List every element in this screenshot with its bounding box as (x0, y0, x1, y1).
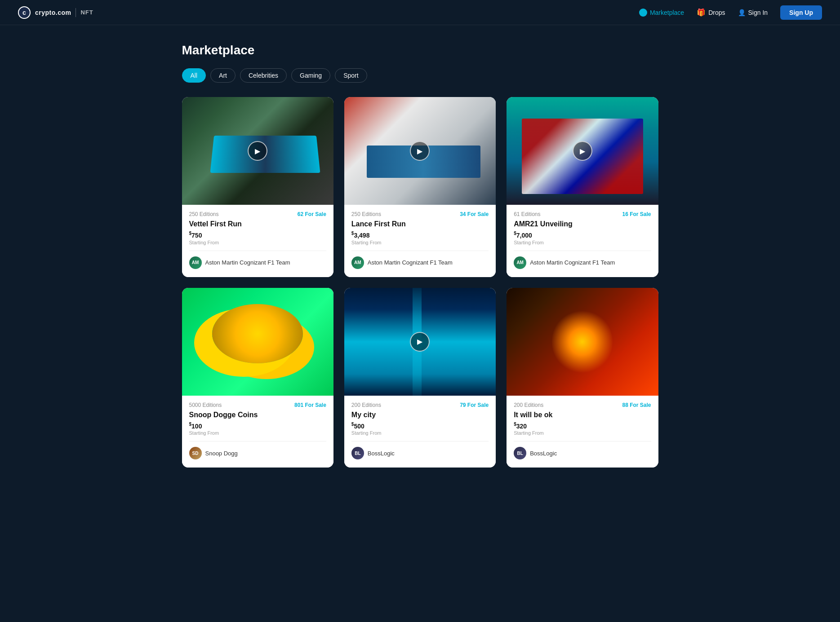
card-it-will-be-ok[interactable]: 200 Editions 88 For Sale It will be ok $… (507, 288, 658, 468)
navbar: c crypto.com NFT ● Marketplace 🎁 Drops 👤… (0, 0, 840, 25)
card-meta-it-will-be-ok: 200 Editions 88 For Sale (514, 402, 651, 408)
card-divider (514, 251, 651, 251)
card-title: Lance First Run (351, 220, 489, 228)
nft-label: NFT (80, 9, 93, 16)
card-amr21-unveiling[interactable]: ▶ 61 Editions 16 For Sale AMR21 Unveilin… (507, 97, 658, 277)
card-title: AMR21 Unveiling (514, 220, 651, 228)
creator-avatar: AM (189, 256, 202, 269)
play-button[interactable]: ▶ (410, 332, 430, 352)
filter-bar: All Art Celebrities Gaming Sport (182, 68, 658, 83)
creator-name: BossLogic (530, 450, 557, 457)
card-meta-lance-first-run: 250 Editions 34 For Sale (351, 211, 489, 217)
card-price: $100 (189, 422, 326, 430)
filter-celebrities[interactable]: Celebrities (240, 68, 287, 83)
card-meta-amr21-unveiling: 61 Editions 16 For Sale (514, 211, 651, 217)
card-divider (189, 441, 326, 441)
card-starting-from: Starting From (189, 430, 326, 436)
card-body-lance-first-run: 250 Editions 34 For Sale Lance First Run… (344, 205, 496, 277)
nav-drops-link[interactable]: 🎁 Drops (697, 8, 725, 17)
nav-signin-link[interactable]: 👤 Sign In (738, 9, 768, 16)
cards-grid: ▶ 250 Editions 62 For Sale Vettel First … (182, 97, 658, 468)
main-content: Marketplace All Art Celebrities Gaming S… (173, 25, 667, 485)
card-body-it-will-be-ok: 200 Editions 88 For Sale It will be ok $… (507, 396, 658, 468)
marketplace-icon: ● (639, 9, 647, 17)
creator-avatar: SD (189, 447, 202, 459)
card-creator: BL BossLogic (514, 447, 651, 459)
creator-name: Aston Martin Cognizant F1 Team (368, 259, 453, 266)
creator-name: BossLogic (368, 450, 395, 457)
card-creator: AM Aston Martin Cognizant F1 Team (514, 256, 651, 269)
play-button[interactable]: ▶ (573, 141, 592, 161)
card-editions: 200 Editions (351, 402, 381, 408)
card-editions: 250 Editions (189, 211, 219, 217)
card-editions: 250 Editions (351, 211, 381, 217)
creator-avatar: AM (351, 256, 364, 269)
card-price: $500 (351, 422, 489, 430)
creator-avatar: BL (351, 447, 364, 459)
card-creator: SD Snoop Dogg (189, 447, 326, 459)
nav-actions: ● Marketplace 🎁 Drops 👤 Sign In Sign Up (639, 5, 822, 20)
card-starting-from: Starting From (351, 240, 489, 245)
card-price: $320 (514, 422, 651, 430)
card-vettel-first-run[interactable]: ▶ 250 Editions 62 For Sale Vettel First … (182, 97, 333, 277)
card-image-snoop-dogge-coins (182, 288, 333, 396)
card-image-it-will-be-ok (507, 288, 658, 396)
card-lance-first-run[interactable]: ▶ 250 Editions 34 For Sale Lance First R… (344, 97, 496, 277)
filter-art[interactable]: Art (210, 68, 236, 83)
creator-avatar: AM (514, 256, 526, 269)
user-icon: 👤 (738, 9, 746, 16)
card-price: $7,000 (514, 231, 651, 239)
filter-gaming[interactable]: Gaming (291, 68, 330, 83)
card-meta-my-city: 200 Editions 79 For Sale (351, 402, 489, 408)
filter-all[interactable]: All (182, 68, 206, 83)
card-title: Snoop Dogge Coins (189, 411, 326, 419)
play-button[interactable]: ▶ (248, 141, 267, 161)
card-body-vettel-first-run: 250 Editions 62 For Sale Vettel First Ru… (182, 205, 333, 277)
card-for-sale: 801 For Sale (294, 402, 326, 408)
card-image-my-city: ▶ (344, 288, 496, 396)
card-starting-from: Starting From (514, 240, 651, 245)
nav-logo: c crypto.com NFT (18, 6, 93, 19)
card-image-amr21-unveiling: ▶ (507, 97, 658, 205)
card-creator: AM Aston Martin Cognizant F1 Team (351, 256, 489, 269)
card-divider (514, 441, 651, 441)
card-body-amr21-unveiling: 61 Editions 16 For Sale AMR21 Unveiling … (507, 205, 658, 277)
card-editions: 5000 Editions (189, 402, 222, 408)
card-body-snoop-dogge-coins: 5000 Editions 801 For Sale Snoop Dogge C… (182, 396, 333, 468)
card-creator: BL BossLogic (351, 447, 489, 459)
card-for-sale: 79 For Sale (460, 402, 489, 408)
card-for-sale: 16 For Sale (622, 211, 651, 217)
card-starting-from: Starting From (189, 240, 326, 245)
card-price: $3,498 (351, 231, 489, 239)
card-editions: 200 Editions (514, 402, 543, 408)
play-button[interactable]: ▶ (410, 141, 430, 161)
creator-name: Aston Martin Cognizant F1 Team (205, 259, 290, 266)
card-title: Vettel First Run (189, 220, 326, 228)
creator-avatar: BL (514, 447, 526, 459)
signup-button[interactable]: Sign Up (780, 5, 822, 20)
card-meta-snoop-dogge-coins: 5000 Editions 801 For Sale (189, 402, 326, 408)
creator-name: Snoop Dogg (205, 450, 238, 457)
card-for-sale: 34 For Sale (460, 211, 489, 217)
drops-icon: 🎁 (697, 8, 706, 17)
card-body-my-city: 200 Editions 79 For Sale My city $500 St… (344, 396, 496, 468)
card-title: My city (351, 411, 489, 419)
card-my-city[interactable]: ▶ 200 Editions 79 For Sale My city $500 … (344, 288, 496, 468)
card-divider (351, 441, 489, 441)
card-starting-from: Starting From (514, 430, 651, 436)
card-starting-from: Starting From (351, 430, 489, 436)
card-divider (351, 251, 489, 251)
card-title: It will be ok (514, 411, 651, 419)
card-editions: 61 Editions (514, 211, 540, 217)
card-image-vettel-first-run: ▶ (182, 97, 333, 205)
card-for-sale: 88 For Sale (622, 402, 651, 408)
page-title: Marketplace (182, 43, 658, 57)
creator-name: Aston Martin Cognizant F1 Team (530, 259, 615, 266)
card-for-sale: 62 For Sale (298, 211, 326, 217)
card-snoop-dogge-coins[interactable]: 5000 Editions 801 For Sale Snoop Dogge C… (182, 288, 333, 468)
card-divider (189, 251, 326, 251)
card-price: $750 (189, 231, 326, 239)
card-meta-vettel-first-run: 250 Editions 62 For Sale (189, 211, 326, 217)
filter-sport[interactable]: Sport (335, 68, 367, 83)
nav-marketplace-link[interactable]: ● Marketplace (639, 9, 684, 17)
